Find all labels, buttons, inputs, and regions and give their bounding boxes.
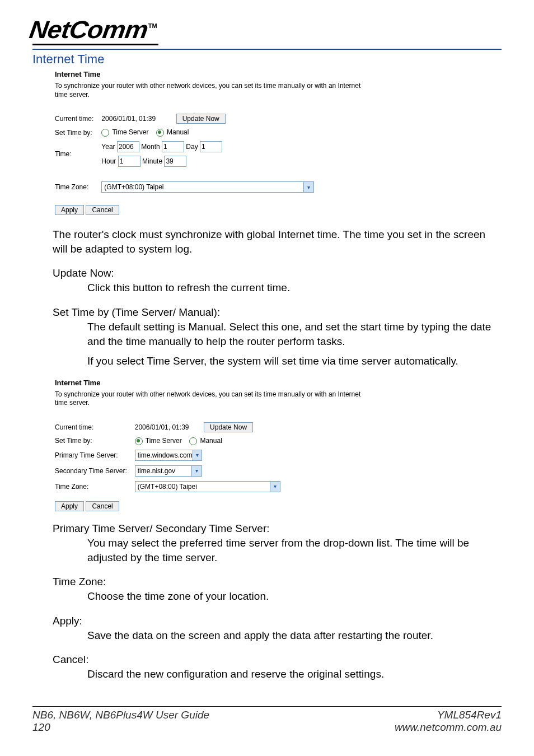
timezone-value-2: (GMT+08:00) Taipei	[138, 483, 197, 491]
desc-apply: Save the data on the screen and apply th…	[87, 628, 502, 643]
desc-time-zone: Choose the time zone of your location.	[87, 589, 502, 604]
chevron-down-icon: ▾	[303, 182, 313, 192]
panel-title-2: Internet Time	[55, 379, 502, 387]
brand-wordmark: NetComm	[27, 16, 149, 44]
panel-description: To synchronize your router with other ne…	[55, 82, 368, 99]
radio-manual-2[interactable]	[189, 437, 197, 445]
chevron-down-icon: ▾	[270, 482, 280, 492]
apply-button[interactable]: Apply	[55, 205, 84, 215]
minute-input[interactable]	[164, 156, 186, 167]
desc-set-time-by-2: If you select Time Server, the system wi…	[87, 354, 502, 368]
heading-cancel: Cancel:	[53, 654, 502, 666]
footer-page-number: 120	[32, 721, 209, 734]
screenshot-timeserver: Internet Time To synchronize your router…	[55, 379, 502, 511]
footer-doc-rev: YML854Rev1	[395, 709, 502, 721]
timezone-select[interactable]: (GMT+08:00) Taipei ▾	[101, 181, 314, 193]
paragraph-intro: The router's clock must synchronize with…	[53, 227, 502, 256]
radio-manual-label: Manual	[167, 128, 189, 136]
chevron-down-icon: ▾	[193, 450, 202, 460]
panel-title: Internet Time	[55, 70, 502, 78]
radio-time-server-2[interactable]	[135, 437, 143, 445]
heading-set-time-by: Set Time by (Time Server/ Manual):	[53, 306, 502, 319]
desc-time-servers: You may select the preferred time server…	[87, 536, 502, 564]
timezone-label-2: Time Zone:	[55, 479, 135, 494]
day-input[interactable]	[200, 141, 222, 152]
footer-url: www.netcomm.com.au	[395, 721, 502, 734]
month-label: Month	[141, 143, 160, 151]
month-input[interactable]	[162, 141, 184, 152]
year-label: Year	[101, 143, 115, 151]
current-time-label-2: Current time:	[55, 420, 135, 435]
footer-guide-name: NB6, NB6W, NB6Plus4W User Guide	[32, 709, 209, 721]
radio-time-server-label-2: Time Server	[146, 437, 182, 445]
day-label: Day	[186, 143, 198, 151]
update-now-button-2[interactable]: Update Now	[204, 422, 253, 432]
cancel-button-2[interactable]: Cancel	[86, 501, 119, 511]
primary-ts-label: Primary Time Server:	[55, 447, 135, 463]
set-time-by-label-2: Set Time by:	[55, 435, 135, 447]
panel-description-2: To synchronize your router with other ne…	[55, 390, 368, 408]
apply-button-2[interactable]: Apply	[55, 501, 84, 511]
hour-label: Hour	[101, 157, 116, 165]
heading-time-zone: Time Zone:	[53, 576, 502, 588]
minute-label: Minute	[142, 157, 162, 165]
current-time-value-2: 2006/01/01, 01:39	[135, 423, 202, 431]
header-rule	[32, 49, 502, 50]
trademark-symbol: TM	[148, 22, 157, 29]
timezone-value: (GMT+08:00) Taipei	[104, 183, 163, 191]
desc-update-now: Click this button to refresh the current…	[87, 281, 502, 295]
heading-update-now: Update Now:	[53, 267, 502, 279]
desc-cancel: Discard the new configuration and reserv…	[87, 667, 502, 682]
secondary-ts-value: time.nist.gov	[138, 467, 175, 475]
set-time-by-label: Set Time by:	[55, 126, 101, 139]
heading-apply: Apply:	[53, 615, 502, 627]
heading-time-servers: Primary Time Server/ Secondary Time Serv…	[53, 522, 502, 535]
primary-ts-select[interactable]: time.windows.com ▾	[135, 450, 202, 461]
current-time-label: Current time:	[55, 111, 101, 126]
cancel-button[interactable]: Cancel	[86, 205, 119, 215]
hour-input[interactable]	[118, 156, 140, 167]
timezone-select-2[interactable]: (GMT+08:00) Taipei ▾	[135, 481, 280, 492]
radio-time-server[interactable]	[101, 129, 109, 137]
section-title: Internet Time	[32, 52, 502, 67]
brand-logo: NetComm TM	[32, 16, 502, 44]
chevron-down-icon: ▾	[191, 466, 202, 476]
secondary-ts-select[interactable]: time.nist.gov ▾	[135, 465, 202, 477]
radio-manual[interactable]	[156, 129, 164, 137]
primary-ts-value: time.windows.com	[138, 451, 193, 459]
page-footer: NB6, NB6W, NB6Plus4W User Guide 120 YML8…	[32, 706, 502, 734]
desc-set-time-by-1: The default setting is Manual. Select th…	[87, 320, 502, 348]
time-label: Time:	[55, 139, 101, 169]
screenshot-manual: Internet Time To synchronize your router…	[55, 70, 502, 215]
radio-time-server-label: Time Server	[112, 128, 148, 136]
radio-manual-label-2: Manual	[200, 437, 222, 445]
update-now-button[interactable]: Update Now	[176, 114, 226, 124]
current-time-value: 2006/01/01, 01:39	[101, 115, 174, 123]
year-input[interactable]	[117, 141, 139, 152]
secondary-ts-label: Secondary Time Server:	[55, 463, 135, 479]
logo-underline	[32, 44, 158, 45]
timezone-label: Time Zone:	[55, 179, 101, 195]
